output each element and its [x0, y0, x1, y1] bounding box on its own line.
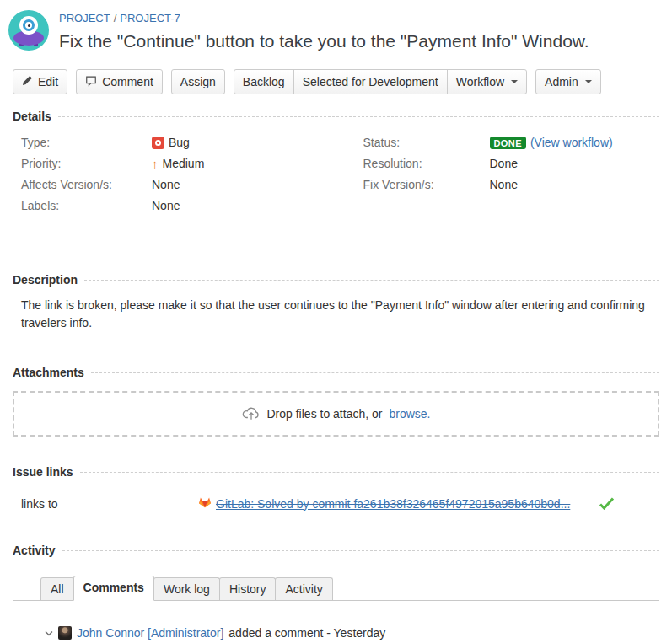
section-rule [80, 472, 659, 473]
detail-row-affects-version: Affects Version/s: None [21, 177, 336, 192]
detail-row-status: Status: DONE (View workflow) [363, 135, 660, 150]
avatar-decoration [19, 16, 38, 35]
admin-dropdown-button[interactable]: Admin [535, 69, 601, 94]
section-rule [58, 116, 659, 117]
comment-meta: added a comment - Yesterday [228, 626, 385, 640]
comment-button[interactable]: Comment [76, 69, 163, 94]
activity-section: Activity All Comments Work log History A… [13, 544, 659, 643]
selected-for-development-button[interactable]: Selected for Development [293, 69, 448, 94]
tab-history[interactable]: History [219, 577, 277, 600]
description-section: Description The link is broken, please m… [13, 273, 659, 332]
backlog-button[interactable]: Backlog [234, 69, 294, 94]
pencil-icon [22, 75, 33, 88]
assign-button-label: Assign [180, 75, 216, 88]
view-workflow-link[interactable]: (View workflow) [530, 136, 613, 149]
detail-row-resolution: Resolution: Done [363, 156, 660, 171]
priority-label: Priority: [21, 157, 152, 170]
resolution-label: Resolution: [363, 157, 490, 170]
resolution-value: Done [490, 157, 518, 170]
gitlab-commit-link[interactable]: GitLab: Solved by commit fa261b38f326465… [216, 497, 570, 511]
detail-row-type: Type: Bug [21, 135, 336, 150]
section-rule [91, 372, 659, 373]
chevron-down-icon [511, 80, 518, 83]
section-rule [62, 550, 659, 551]
comment-header: John Connor [Administrator] added a comm… [45, 626, 659, 640]
fix-version-value: None [490, 178, 518, 191]
labels-value: None [152, 199, 180, 212]
status-badge: DONE [490, 137, 526, 149]
issue-links-heading: Issue links [13, 465, 73, 479]
tab-work-log[interactable]: Work log [153, 577, 220, 600]
type-value: Bug [169, 136, 190, 149]
tab-activity[interactable]: Activity [275, 577, 332, 600]
assign-button[interactable]: Assign [171, 69, 225, 94]
backlog-button-label: Backlog [243, 75, 285, 88]
user-avatar [58, 626, 72, 640]
gitlab-icon [198, 496, 212, 512]
breadcrumb: PROJECT/PROJECT-7 [59, 12, 589, 25]
workflow-button-label: Workflow [456, 75, 504, 88]
affects-version-label: Affects Version/s: [21, 178, 152, 191]
section-rule [84, 280, 659, 281]
issue-toolbar: Edit Comment Assign Backlog Selected for… [13, 69, 672, 94]
bug-icon [152, 137, 164, 149]
edit-button-label: Edit [38, 75, 58, 88]
description-text: The link is broken, please make it so th… [21, 297, 659, 332]
comment-author-link[interactable]: John Connor [Administrator] [77, 626, 223, 640]
browse-link[interactable]: browse. [389, 407, 430, 421]
green-check-icon [599, 497, 615, 510]
detail-row-labels: Labels: None [21, 198, 336, 213]
issue-links-section: Issue links links to GitLab: Solved by c… [13, 465, 659, 512]
upload-cloud-icon [242, 405, 261, 423]
selected-for-development-label: Selected for Development [303, 75, 438, 88]
collapse-chevron-icon[interactable] [45, 630, 53, 636]
attachment-dropzone[interactable]: Drop files to attach, or browse. [13, 391, 659, 437]
attachments-section: Attachments Drop files to attach, or bro… [13, 366, 659, 437]
priority-value: Medium [163, 157, 205, 170]
attachments-heading: Attachments [13, 366, 84, 379]
tab-comments[interactable]: Comments [73, 576, 154, 601]
activity-heading: Activity [13, 544, 56, 557]
workflow-dropdown-button[interactable]: Workflow [447, 69, 527, 94]
comment-button-label: Comment [102, 75, 153, 88]
details-heading: Details [13, 110, 51, 123]
breadcrumb-issue-link[interactable]: PROJECT-7 [120, 12, 180, 24]
admin-button-label: Admin [545, 75, 578, 88]
description-heading: Description [13, 273, 78, 287]
labels-label: Labels: [21, 199, 152, 212]
chevron-down-icon [585, 80, 592, 83]
affects-version-value: None [152, 178, 180, 191]
tab-all[interactable]: All [40, 577, 74, 600]
details-section: Details Type: Bug Priority: ↑ Medium Aff… [13, 110, 659, 219]
status-label: Status: [363, 136, 490, 149]
detail-row-priority: Priority: ↑ Medium [21, 156, 336, 171]
type-label: Type: [21, 136, 152, 149]
fix-version-label: Fix Version/s: [363, 178, 490, 191]
breadcrumb-separator: / [114, 12, 117, 24]
comment-bubble-icon [85, 75, 97, 89]
issue-header: PROJECT/PROJECT-7 Fix the "Continue" but… [0, 0, 672, 52]
breadcrumb-project-link[interactable]: PROJECT [59, 12, 110, 24]
priority-medium-icon: ↑ [152, 158, 159, 170]
edit-button[interactable]: Edit [13, 69, 67, 94]
dropzone-text: Drop files to attach, or [267, 407, 383, 421]
page-title: Fix the "Continue" button to take you to… [59, 30, 589, 52]
activity-tab-bar: All Comments Work log History Activity [13, 576, 659, 601]
project-avatar [8, 10, 49, 51]
detail-row-fix-version: Fix Version/s: None [363, 177, 660, 192]
workflow-button-group: Backlog Selected for Development Workflo… [234, 69, 527, 94]
link-relation-label: links to [21, 497, 198, 511]
issue-link-row: links to GitLab: Solved by commit fa261b… [21, 496, 659, 512]
